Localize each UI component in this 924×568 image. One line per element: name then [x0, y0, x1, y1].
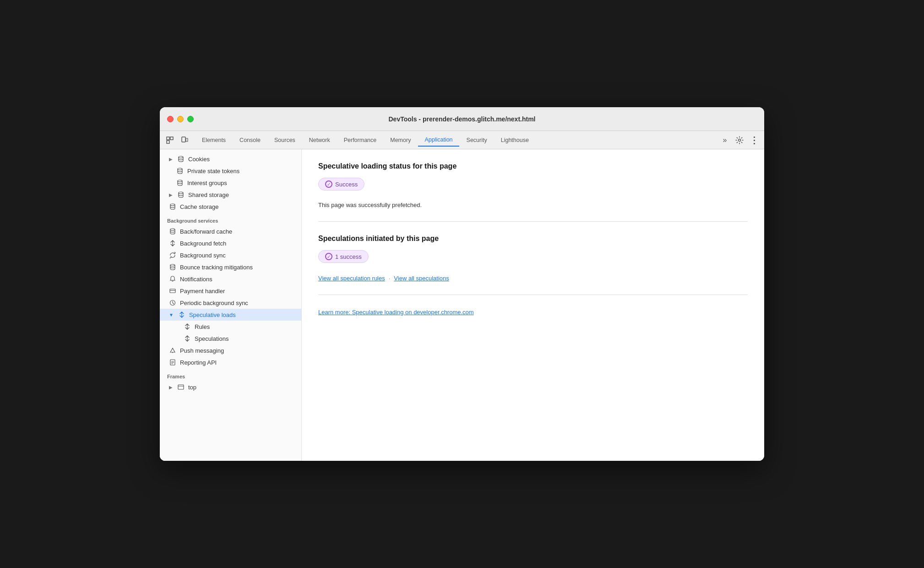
sidebar-item-periodic-bg-sync[interactable]: Periodic background sync — [160, 297, 301, 309]
tab-console[interactable]: Console — [233, 134, 267, 146]
notifications-bell-icon — [169, 275, 176, 283]
cache-storage-db-icon — [169, 203, 176, 210]
rules-icon — [184, 323, 191, 330]
svg-point-15 — [172, 352, 173, 353]
cache-storage-label: Cache storage — [180, 203, 219, 210]
sidebar-item-shared-storage[interactable]: ▶ Shared storage — [160, 189, 301, 201]
sidebar-item-notifications[interactable]: Notifications — [160, 273, 301, 285]
sidebar-item-cache-storage[interactable]: Cache storage — [160, 201, 301, 213]
back-forward-cache-label: Back/forward cache — [180, 228, 232, 235]
tab-sources[interactable]: Sources — [268, 134, 302, 146]
svg-rect-13 — [170, 289, 175, 293]
cookies-label: Cookies — [188, 156, 210, 163]
speculative-loads-label: Speculative loads — [189, 311, 236, 318]
traffic-lights — [167, 116, 194, 122]
svg-point-8 — [178, 180, 182, 182]
maximize-button[interactable] — [187, 116, 194, 122]
private-state-db-icon — [176, 167, 184, 175]
top-frame-arrow-icon: ▶ — [169, 385, 173, 390]
sidebar-item-bounce-tracking[interactable]: Bounce tracking mitigations — [160, 261, 301, 273]
tab-network[interactable]: Network — [303, 134, 337, 146]
sidebar-item-payment-handler[interactable]: Payment handler — [160, 285, 301, 297]
minimize-button[interactable] — [177, 116, 184, 122]
shared-storage-label: Shared storage — [188, 191, 229, 198]
svg-point-12 — [170, 264, 175, 266]
device-icon[interactable] — [178, 134, 191, 147]
svg-rect-2 — [167, 141, 169, 143]
success-check-icon: ✓ — [325, 180, 332, 188]
sidebar-item-top-frame[interactable]: ▶ top — [160, 381, 301, 393]
more-tabs-button[interactable]: » — [718, 134, 731, 147]
speculative-loading-status-section: Speculative loading status for this page… — [318, 162, 748, 222]
payment-handler-icon — [169, 287, 176, 295]
background-services-label: Background services — [160, 213, 301, 225]
sidebar: ▶ Cookies P — [160, 149, 302, 461]
speculative-loading-status-title: Speculative loading status for this page — [318, 162, 748, 170]
content-area: Speculative loading status for this page… — [302, 149, 764, 461]
success-badge-label: Success — [335, 181, 358, 188]
interest-groups-db-icon — [176, 179, 184, 186]
learn-more-section: Learn more: Speculative loading on devel… — [318, 308, 748, 329]
sidebar-item-speculations[interactable]: Speculations — [160, 333, 301, 344]
speculative-loads-arrow-icon: ▼ — [169, 312, 174, 317]
tab-security[interactable]: Security — [460, 134, 494, 146]
svg-rect-3 — [182, 137, 185, 142]
svg-point-9 — [179, 192, 183, 194]
close-button[interactable] — [167, 116, 174, 122]
svg-point-5 — [739, 139, 741, 141]
background-fetch-label: Background fetch — [180, 240, 226, 247]
tab-application[interactable]: Application — [418, 134, 459, 147]
sidebar-item-back-forward-cache[interactable]: Back/forward cache — [160, 225, 301, 237]
speculation-links-row: View all speculation rules · View all sp… — [318, 275, 748, 282]
cursor-icon[interactable] — [163, 134, 176, 147]
titlebar: DevTools - prerender-demos.glitch.me/nex… — [160, 107, 764, 131]
view-all-speculation-rules-link[interactable]: View all speculation rules — [318, 275, 385, 282]
sidebar-item-reporting-api[interactable]: Reporting API — [160, 356, 301, 368]
devtools-window: DevTools - prerender-demos.glitch.me/nex… — [160, 107, 764, 461]
more-options-button[interactable]: ⋮ — [748, 134, 761, 147]
view-all-speculations-link[interactable]: View all speculations — [394, 275, 449, 282]
svg-rect-4 — [186, 138, 188, 142]
sidebar-item-background-fetch[interactable]: Background fetch — [160, 237, 301, 249]
main-layout: ▶ Cookies P — [160, 149, 764, 461]
private-state-tokens-label: Private state tokens — [187, 168, 239, 175]
speculations-label: Speculations — [195, 335, 228, 342]
speculations-initiated-title: Speculations initiated by this page — [318, 235, 748, 243]
svg-point-6 — [179, 156, 183, 158]
top-frame-label: top — [188, 384, 196, 391]
reporting-api-label: Reporting API — [180, 359, 217, 366]
one-success-badge-label: 1 success — [335, 253, 362, 260]
learn-more-link[interactable]: Learn more: Speculative loading on devel… — [318, 309, 474, 316]
success-badge: ✓ Success — [318, 178, 364, 191]
push-messaging-label: Push messaging — [180, 347, 224, 354]
tab-elements[interactable]: Elements — [196, 134, 232, 146]
sidebar-item-background-sync[interactable]: Background sync — [160, 249, 301, 261]
bounce-tracking-label: Bounce tracking mitigations — [180, 264, 253, 271]
shared-storage-arrow-icon: ▶ — [169, 192, 173, 197]
bounce-tracking-db-icon — [169, 263, 176, 271]
speculations-initiated-section: Speculations initiated by this page ✓ 1 … — [318, 235, 748, 295]
background-sync-icon — [169, 251, 176, 259]
svg-rect-0 — [167, 137, 169, 140]
one-success-check-icon: ✓ — [325, 253, 332, 260]
sidebar-item-interest-groups[interactable]: Interest groups — [160, 177, 301, 189]
notifications-label: Notifications — [180, 276, 212, 283]
settings-button[interactable] — [733, 134, 746, 147]
cookies-arrow-icon: ▶ — [169, 157, 173, 162]
background-sync-label: Background sync — [180, 252, 226, 259]
sidebar-item-cookies[interactable]: ▶ Cookies — [160, 153, 301, 165]
toolbar-icons — [163, 134, 191, 147]
shared-storage-db-icon — [177, 191, 185, 198]
svg-point-7 — [178, 168, 182, 170]
sidebar-item-push-messaging[interactable]: Push messaging — [160, 344, 301, 356]
one-success-badge: ✓ 1 success — [318, 250, 369, 263]
sidebar-item-rules[interactable]: Rules — [160, 321, 301, 333]
background-fetch-icon — [169, 240, 176, 247]
tab-memory[interactable]: Memory — [384, 134, 417, 146]
tab-performance[interactable]: Performance — [337, 134, 383, 146]
tab-lighthouse[interactable]: Lighthouse — [495, 134, 535, 146]
sidebar-item-speculative-loads[interactable]: ▼ Speculative loads — [160, 309, 301, 321]
tabbar: Elements Console Sources Network Perform… — [160, 131, 764, 149]
reporting-api-icon — [169, 359, 176, 366]
sidebar-item-private-state-tokens[interactable]: Private state tokens — [160, 165, 301, 177]
